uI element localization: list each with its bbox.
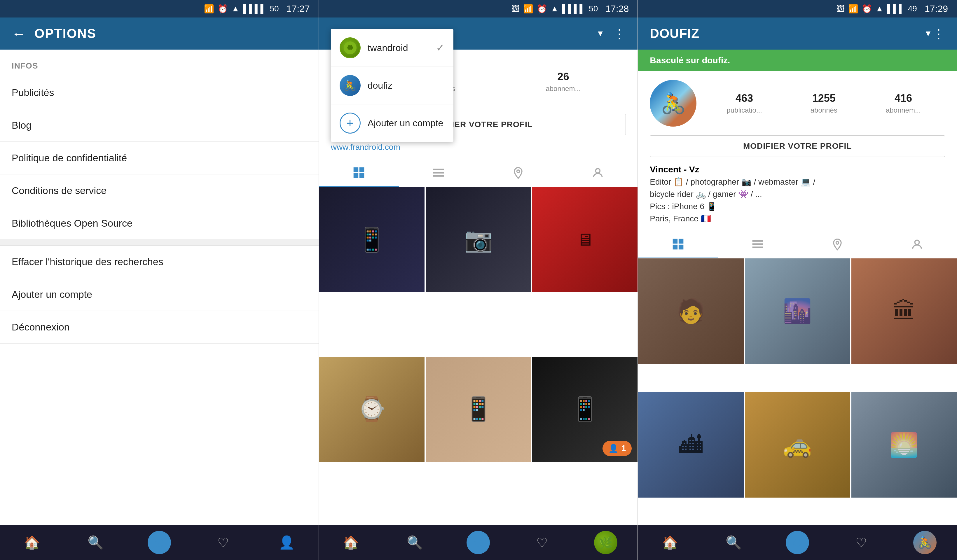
- menu-item-deconnexion[interactable]: Déconnexion: [0, 311, 319, 344]
- twandroid-bio: www.frandroid.com: [319, 141, 638, 159]
- photo-doufiz-2[interactable]: 🌆: [745, 259, 850, 364]
- add-account-icon: +: [340, 113, 361, 134]
- nav-heart-1[interactable]: ♡: [211, 531, 235, 554]
- follow-badge[interactable]: 👤 1: [603, 441, 632, 456]
- battery-label-3: 49: [908, 4, 917, 13]
- svg-rect-7: [433, 175, 444, 177]
- photo-cell-2[interactable]: 📷: [426, 187, 531, 292]
- stat-abonnements-label-3: abonnem...: [886, 106, 921, 114]
- image-icon: 🖼: [512, 4, 520, 14]
- doufiz-username: Vincent - Vz: [650, 163, 945, 176]
- follow-count: 1: [621, 443, 626, 453]
- bottom-nav-3: 🏠 🔍 ⊙ ♡ 🚴: [638, 525, 957, 560]
- svg-rect-6: [433, 172, 444, 174]
- infos-section-label: INFOS: [0, 50, 319, 76]
- tab-grid-3[interactable]: [638, 231, 718, 258]
- check-icon: ✓: [436, 42, 445, 54]
- overflow-menu-2[interactable]: ⋮: [613, 26, 626, 41]
- options-content: INFOS Publicités Blog Politique de confi…: [0, 50, 319, 525]
- nav-camera-1[interactable]: ⊙: [148, 531, 171, 554]
- nav-camera-2[interactable]: ⊙: [466, 531, 490, 554]
- stat-abonnes-value-3: 1255: [812, 92, 835, 104]
- stat-publications-label: publicatio...: [726, 106, 762, 114]
- sim-icon-3: 📶: [848, 4, 858, 14]
- tab-grid-2[interactable]: [319, 159, 399, 187]
- svg-rect-1: [354, 167, 358, 172]
- photo-cell-3[interactable]: 🖥: [532, 187, 638, 292]
- photo-cell-1[interactable]: 📱: [319, 187, 425, 292]
- sim-icon-2: 📶: [523, 4, 533, 14]
- doufiz-bio: Vincent - Vz Editor 📋 / photographer 📷 /…: [638, 163, 957, 231]
- stat-publications-3: 463 publicatio...: [726, 92, 762, 114]
- sim-icon: 📶: [204, 4, 214, 14]
- alarm-icon: ⏰: [218, 4, 228, 14]
- bio-link[interactable]: www.frandroid.com: [331, 141, 626, 153]
- nav-profile-3[interactable]: 🚴: [913, 531, 936, 554]
- overflow-menu-3[interactable]: ⋮: [932, 26, 945, 41]
- nav-profile-2[interactable]: 🌿: [594, 531, 617, 554]
- doufiz-profile-stats: 🚴 463 publicatio... 1255 abonnés 416 abo…: [638, 71, 957, 135]
- dropdown-arrow[interactable]: ▼: [596, 29, 605, 38]
- photo-doufiz-5[interactable]: 🚕: [745, 392, 850, 498]
- nav-search-2[interactable]: 🔍: [403, 531, 426, 554]
- back-button[interactable]: ←: [12, 26, 26, 42]
- photo-cell-5[interactable]: 📱: [426, 357, 531, 462]
- menu-item-bibliotheques[interactable]: Bibliothèques Open Source: [0, 207, 319, 240]
- status-bar-2: 🖼 📶 ⏰ ▲ ▌▌▌▌ 50 17:28: [319, 0, 638, 17]
- add-account-label: Ajouter un compte: [368, 118, 444, 129]
- photo-doufiz-6[interactable]: 🌅: [851, 392, 957, 498]
- tab-person-3[interactable]: [877, 231, 957, 258]
- nav-search-1[interactable]: 🔍: [84, 531, 107, 554]
- menu-item-ajouter-compte[interactable]: Ajouter un compte: [0, 278, 319, 311]
- tab-person-2[interactable]: [558, 159, 638, 187]
- nav-home-2[interactable]: 🏠: [340, 531, 363, 554]
- add-account-item[interactable]: + Ajouter un compte: [331, 104, 453, 142]
- signal-icon-3: ▌▌▌: [887, 4, 905, 13]
- bottom-nav-2: 🏠 🔍 ⊙ ♡ 🌿: [319, 525, 638, 560]
- menu-item-effacer[interactable]: Effacer l'historique des recherches: [0, 246, 319, 278]
- dropdown-arrow-3[interactable]: ▼: [924, 29, 932, 38]
- photo-doufiz-1[interactable]: 🧑: [638, 259, 744, 364]
- stat-abonnes-3: 1255 abonnés: [810, 92, 837, 114]
- nav-home-1[interactable]: 🏠: [20, 531, 43, 554]
- svg-rect-11: [673, 245, 677, 250]
- clock-3: 17:29: [925, 3, 948, 14]
- account-item-doufiz[interactable]: 🚴 doufiz: [331, 67, 453, 104]
- tab-list-3[interactable]: [718, 231, 798, 258]
- options-panel: 📶 ⏰ ▲ ▌▌▌▌ 50 17:27 ← OPTIONS INFOS Publ…: [0, 0, 319, 560]
- twandroid-avatar: [340, 37, 361, 58]
- nav-heart-3[interactable]: ♡: [849, 531, 873, 554]
- nav-heart-2[interactable]: ♡: [531, 531, 554, 554]
- status-icons-1: 📶 ⏰ ▲ ▌▌▌▌ 50: [204, 4, 279, 14]
- tab-location-3[interactable]: [798, 231, 877, 258]
- stat-abonnements-value: 26: [557, 71, 569, 83]
- svg-rect-12: [679, 245, 684, 250]
- account-item-twandroid[interactable]: twandroid ✓: [331, 29, 453, 67]
- doufiz-avatar-small: 🚴: [340, 75, 361, 96]
- photo-doufiz-3[interactable]: 🏛: [851, 259, 957, 364]
- nav-camera-3[interactable]: ⊙: [786, 531, 809, 554]
- status-bar-3: 🖼 📶 ⏰ ▲ ▌▌▌ 49 17:29: [638, 0, 957, 17]
- photo-cell-4[interactable]: ⌚: [319, 357, 425, 462]
- svg-rect-14: [752, 243, 763, 245]
- menu-item-publicites[interactable]: Publicités: [0, 76, 319, 109]
- menu-item-blog[interactable]: Blog: [0, 109, 319, 142]
- nav-search-3[interactable]: 🔍: [722, 531, 745, 554]
- switch-banner: Basculé sur doufiz.: [638, 50, 957, 71]
- bio-line2: bicycle rider 🚲 / gamer 👾 / ...: [650, 188, 945, 200]
- wifi-icon-3: ▲: [876, 4, 884, 13]
- edit-profile-btn-3[interactable]: MODIFIER VOTRE PROFIL: [650, 135, 945, 157]
- tab-location-2[interactable]: [478, 159, 558, 187]
- follow-icon: 👤: [608, 443, 619, 453]
- photo-doufiz-4[interactable]: 🏙: [638, 392, 744, 498]
- nav-profile-1[interactable]: 👤: [275, 531, 298, 554]
- tab-list-2[interactable]: [399, 159, 478, 187]
- menu-item-conditions[interactable]: Conditions de service: [0, 174, 319, 207]
- wifi-icon: ▲: [231, 4, 240, 13]
- menu-item-politique[interactable]: Politique de confidentialité: [0, 142, 319, 174]
- svg-rect-10: [679, 239, 684, 244]
- photo-cell-6[interactable]: 📱 👤 1: [532, 357, 638, 462]
- nav-home-3[interactable]: 🏠: [659, 531, 682, 554]
- twandroid-account-name: twandroid: [368, 43, 429, 54]
- signal-icon: ▌▌▌▌: [243, 4, 266, 13]
